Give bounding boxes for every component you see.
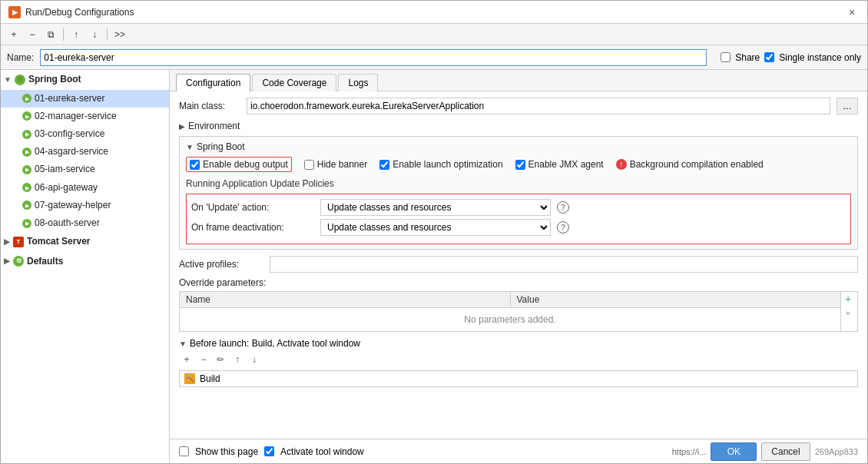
spring-boot-header: ▼ Spring Boot — [186, 141, 851, 152]
before-launch-section: ▼ Before launch: Build, Activate tool wi… — [179, 338, 858, 387]
sidebar-item-label-1: 02-manager-service — [35, 109, 117, 124]
dialog-title: Run/Debug Configurations — [25, 7, 134, 18]
run-icon-5: ▶ — [22, 183, 31, 192]
tab-code-coverage[interactable]: Code Coverage — [252, 74, 336, 91]
sidebar-item-02-manager-service[interactable]: ▶ 02-manager-service — [1, 108, 169, 125]
before-launch-move-down-button[interactable]: ↓ — [247, 352, 262, 367]
sidebar-group-tomcat[interactable]: ▶ T Tomcat Server — [1, 232, 169, 252]
override-add-button[interactable]: + — [841, 292, 855, 306]
sidebar-item-01-eureka-server[interactable]: ▶ 01-eureka-server — [1, 90, 169, 108]
bottom-right: https://i... OK Cancel 269App833 — [672, 442, 858, 461]
sidebar-item-label-5: 06-api-gateway — [35, 181, 98, 195]
sidebar-item-03-config-service[interactable]: ▶ 03-config-service — [1, 125, 169, 143]
environment-label: Environment — [188, 121, 240, 131]
spring-boot-section: ▼ Spring Boot Enable debug output Hide b… — [179, 136, 858, 250]
override-actions: + » — [841, 291, 858, 332]
build-item: 🔨 Build — [179, 370, 858, 387]
profiles-row: Active profiles: — [179, 256, 858, 273]
main-class-browse-button[interactable]: … — [837, 98, 858, 114]
tab-logs-label: Logs — [348, 78, 368, 88]
ok-button[interactable]: OK — [711, 442, 757, 461]
add-config-button[interactable]: + — [5, 26, 22, 43]
main-class-input[interactable] — [247, 98, 830, 114]
tab-logs[interactable]: Logs — [338, 74, 378, 91]
toolbar: + − ⧉ ↑ ↓ >> — [1, 24, 867, 45]
before-launch-arrow[interactable]: ▼ — [179, 340, 187, 348]
remove-config-button[interactable]: − — [24, 26, 41, 43]
tree-collapse-icon-tomcat: ▶ — [4, 235, 10, 249]
copy-config-button[interactable]: ⧉ — [42, 26, 59, 43]
spring-boot-title: Spring Boot — [197, 141, 245, 152]
spring-boot-icon: 🌿 — [15, 75, 25, 85]
activate-window-checkbox[interactable] — [264, 446, 274, 456]
defaults-icon: ⚙ — [13, 256, 24, 267]
activate-label: Activate tool window — [280, 446, 364, 457]
env-expand-icon[interactable]: ▶ — [179, 122, 185, 131]
on-update-label: On 'Update' action: — [191, 202, 314, 213]
share-checkbox[interactable] — [721, 52, 731, 62]
sidebar-item-05-iam-service[interactable]: ▶ 05-iam-service — [1, 161, 169, 178]
before-launch-header: ▼ Before launch: Build, Activate tool wi… — [179, 338, 858, 349]
toolbar-sep2 — [107, 28, 108, 41]
title-bar-left: ▶ Run/Debug Configurations — [8, 6, 134, 18]
sidebar-item-label-4: 05-iam-service — [35, 162, 95, 177]
on-update-row: On 'Update' action: Update classes and r… — [191, 199, 846, 216]
sidebar-group-defaults[interactable]: ▶ ⚙ Defaults — [1, 252, 169, 272]
before-launch-add-button[interactable]: + — [179, 352, 194, 367]
override-table-container: Name Value No parameters added. + » — [179, 291, 858, 332]
sidebar-item-label-3: 04-asgard-service — [35, 144, 108, 159]
on-frame-row: On frame deactivation: Update classes an… — [191, 219, 846, 236]
tab-configuration[interactable]: Configuration — [176, 74, 250, 91]
policies-section: Running Application Update Policies On '… — [186, 178, 851, 244]
enable-launch-item: Enable launch optimization — [379, 159, 502, 170]
enable-launch-checkbox[interactable] — [379, 160, 389, 170]
policies-title: Running Application Update Policies — [186, 178, 851, 189]
enable-jmx-checkbox[interactable] — [515, 160, 525, 170]
override-label: Override parameters: — [179, 277, 858, 288]
sidebar-item-label-0: 01-eureka-server — [35, 91, 104, 106]
main-class-label: Main class: — [179, 101, 240, 111]
before-launch-toolbar: + − ✏ ↑ ↓ — [179, 352, 858, 367]
sidebar-item-07-gateway-helper[interactable]: ▶ 07-gateway-helper — [1, 197, 169, 214]
sidebar-item-04-asgard-service[interactable]: ▶ 04-asgard-service — [1, 143, 169, 161]
run-icon-6: ▶ — [22, 201, 31, 210]
sidebar-item-08-oauth-server[interactable]: ▶ 08-oauth-server — [1, 214, 169, 232]
cancel-button[interactable]: Cancel — [761, 442, 810, 461]
sidebar-group-spring-boot[interactable]: ▼ 🌿 Spring Boot — [1, 70, 169, 90]
spring-boot-arrow[interactable]: ▼ — [186, 143, 194, 151]
profiles-input[interactable] — [270, 256, 858, 273]
name-input[interactable] — [40, 49, 707, 66]
override-more-button[interactable]: » — [841, 306, 855, 320]
close-button[interactable]: × — [844, 5, 860, 20]
before-launch-remove-button[interactable]: − — [196, 352, 211, 367]
show-page-checkbox[interactable] — [179, 446, 189, 456]
sidebar-group-label: Spring Boot — [28, 71, 81, 88]
share-row: Share Single instance only — [721, 52, 861, 63]
spring-boot-checkboxes: Enable debug output Hide banner Enable l… — [186, 157, 851, 172]
sidebar-tomcat-label: Tomcat Server — [27, 234, 90, 250]
move-up-button[interactable]: ↑ — [68, 26, 84, 43]
sidebar-item-06-api-gateway[interactable]: ▶ 06-api-gateway — [1, 179, 169, 197]
override-col-name: Name — [180, 292, 511, 307]
before-launch-edit-button[interactable]: ✏ — [213, 352, 228, 367]
move-down-button[interactable]: ↓ — [86, 26, 103, 43]
on-frame-help-icon[interactable]: ? — [557, 221, 569, 234]
single-instance-checkbox[interactable] — [764, 52, 774, 62]
enable-debug-checkbox[interactable] — [190, 160, 200, 170]
policies-table: On 'Update' action: Update classes and r… — [186, 194, 851, 244]
before-launch-move-up-button[interactable]: ↑ — [230, 352, 245, 367]
main-class-row: Main class: … — [179, 98, 858, 114]
more-button[interactable]: >> — [111, 26, 128, 43]
hide-banner-checkbox[interactable] — [304, 160, 314, 170]
name-row: Name: Share Single instance only — [1, 45, 867, 70]
on-frame-select[interactable]: Update classes and resources Update trig… — [320, 219, 551, 236]
enable-launch-label: Enable launch optimization — [393, 159, 502, 170]
sidebar: ▼ 🌿 Spring Boot ▶ 01-eureka-server ▶ 02-… — [1, 70, 170, 463]
run-icon-7: ▶ — [22, 219, 31, 228]
enable-jmx-item: Enable JMX agent — [515, 159, 604, 170]
on-update-select[interactable]: Update classes and resources Update trig… — [320, 199, 551, 216]
title-bar: ▶ Run/Debug Configurations × — [1, 1, 867, 24]
run-icon-2: ▶ — [22, 130, 31, 139]
override-table-header: Name Value — [180, 292, 840, 308]
on-update-help-icon[interactable]: ? — [557, 201, 569, 214]
